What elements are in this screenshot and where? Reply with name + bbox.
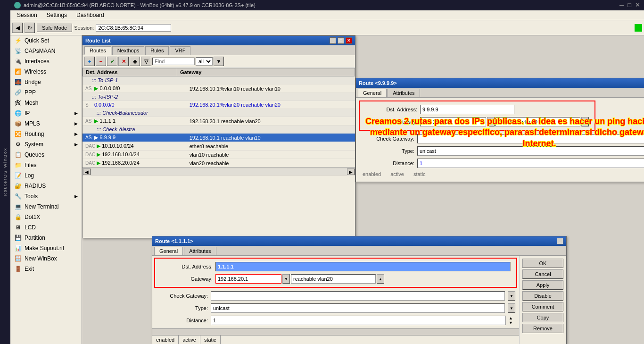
table-row[interactable]: AS ▶ 1.1.1.1 192.168.20.1 reachable vlan…: [83, 117, 355, 126]
table-row[interactable]: DAC ▶ 10.10.10.0/24 ether8 reachable: [83, 142, 355, 151]
check-gw-label-111: Check Gateway:: [156, 293, 208, 299]
sidebar-item-system[interactable]: ⚙ System: [10, 139, 82, 150]
close-icon[interactable]: ✕: [635, 1, 640, 8]
menu-session[interactable]: Session: [12, 11, 42, 19]
copy-route-btn[interactable]: ◈: [130, 57, 140, 66]
route-999-gateway-input[interactable]: [420, 117, 486, 126]
disable-button[interactable]: Disable: [522, 291, 563, 301]
tab-vrf[interactable]: VRF: [170, 46, 190, 55]
type-dropdown-111[interactable]: ▼: [508, 303, 515, 313]
table-row-selected[interactable]: AS ▶ 9.9.9.9 192.168.10.1 reachable vlan…: [83, 134, 355, 142]
rl-minimize-btn[interactable]: _: [330, 37, 336, 44]
table-row[interactable]: AS ▶ 0.0.0.0/0 192.168.10.1%vlan10 reach…: [83, 84, 355, 93]
col-gateway[interactable]: Gateway: [177, 68, 355, 76]
maximize-icon[interactable]: □: [627, 1, 631, 8]
sidebar-item-ip[interactable]: 🌐 IP: [10, 108, 82, 118]
route-111-controls[interactable]: _: [557, 238, 563, 244]
refresh-button[interactable]: ↻: [25, 23, 35, 33]
remove-route-btn[interactable]: −: [96, 57, 106, 66]
route-list-window-controls[interactable]: _ □ ✕: [330, 37, 352, 44]
table-row[interactable]: DAC ▶ 192.168.10.0/24 vlan10 reachable: [83, 151, 355, 159]
menu-dashboard[interactable]: Dashboard: [72, 11, 109, 19]
route-111-check-gw[interactable]: [211, 291, 505, 301]
route-table-scroll[interactable]: ::: To-ISP-1 AS ▶ 0.0.0.0/0 192.168.10.1…: [83, 76, 355, 168]
sidebar-item-lcd[interactable]: 🖥 LCD: [10, 222, 82, 233]
menu-settings[interactable]: Settings: [42, 11, 72, 19]
sidebar-item-files[interactable]: 📁 Files: [10, 160, 82, 170]
comment-button[interactable]: Comment: [522, 302, 563, 311]
route-111-dst-input[interactable]: [215, 262, 511, 271]
minimize-icon[interactable]: ─: [619, 1, 624, 8]
sidebar-item-wireless[interactable]: 📶 Wireless: [10, 67, 82, 77]
rl-maximize-btn[interactable]: □: [338, 37, 344, 44]
find-arrow-btn[interactable]: ▼: [214, 57, 224, 66]
sidebar-item-exit[interactable]: 🚪 Exit: [10, 264, 82, 274]
col-dst-address[interactable]: Dst. Address: [83, 68, 177, 76]
sidebar-item-bridge[interactable]: 🌉 Bridge: [10, 77, 82, 87]
window-controls[interactable]: ─ □ ✕: [619, 1, 640, 8]
sidebar-item-make-supout[interactable]: 📊 Make Supout.rif: [10, 243, 82, 253]
cancel-button[interactable]: Cancel: [522, 269, 563, 279]
route-111-type[interactable]: [211, 303, 505, 313]
table-row[interactable]: DAC ▶ 192.168.20.0/24 vlan20 reachable: [83, 159, 355, 168]
rl-close-btn[interactable]: ✕: [346, 37, 352, 44]
remove-button[interactable]: Remove: [522, 324, 563, 333]
distance-up-111[interactable]: ▲: [509, 316, 515, 320]
sidebar-item-mesh[interactable]: 🕸 Mesh: [10, 98, 82, 108]
sidebar-item-ppp[interactable]: 🔗 PPP: [10, 87, 82, 98]
check-gw-dropdown-111[interactable]: ▼: [508, 291, 515, 301]
ok-button[interactable]: OK: [522, 259, 563, 268]
sidebar-item-queues[interactable]: 📋 Queues: [10, 150, 82, 160]
bottom-scroll-111[interactable]: [152, 328, 519, 335]
r999-tab-attributes[interactable]: Attributes: [388, 89, 420, 97]
sidebar-item-mpls[interactable]: 📦 MPLS: [10, 118, 82, 129]
safe-mode-button[interactable]: Safe Mode: [37, 24, 72, 32]
tab-routes[interactable]: Routes: [84, 46, 111, 55]
enable-route-btn[interactable]: ✓: [107, 57, 117, 66]
copy-button[interactable]: Copy: [522, 313, 563, 322]
sidebar-item-routing[interactable]: 🔀 Routing: [10, 129, 82, 139]
apply-button[interactable]: Apply: [522, 280, 563, 290]
tab-nexthops[interactable]: Nexthops: [112, 46, 144, 55]
horizontal-scrollbar[interactable]: ◀ ▶: [83, 168, 355, 176]
route-111-distance[interactable]: [211, 316, 506, 325]
distance-scrollbar-111[interactable]: ▲ ▼: [509, 316, 515, 325]
sidebar-item-capsman[interactable]: 📡 CAPsMAAN: [10, 46, 82, 56]
find-input[interactable]: [152, 58, 195, 65]
route-999-type[interactable]: [417, 146, 644, 156]
add-route-btn[interactable]: +: [84, 57, 95, 66]
scroll-left-btn[interactable]: ◀: [83, 168, 91, 175]
route-999-gateway-dropdown[interactable]: ▼: [487, 117, 495, 126]
sidebar-item-dot1x[interactable]: 🔒 Dot1X: [10, 212, 82, 222]
r111-minimize-btn[interactable]: _: [557, 238, 563, 244]
sidebar-item-tools[interactable]: 🔧 Tools: [10, 191, 82, 201]
route-111-gateway-input[interactable]: [215, 274, 281, 284]
route-999-check-gw[interactable]: [417, 134, 644, 143]
session-input[interactable]: [96, 24, 171, 32]
sidebar-item-new-terminal[interactable]: 💻 New Terminal: [10, 201, 82, 212]
route-999-dst-input[interactable]: [420, 105, 514, 114]
filter-route-btn[interactable]: ▽: [141, 57, 151, 66]
route-999-distance[interactable]: [417, 159, 644, 168]
sidebar-item-quick-set[interactable]: ⚡ Quick Set: [10, 35, 82, 46]
scroll-right-btn[interactable]: ▶: [347, 168, 355, 175]
distance-down-111[interactable]: ▼: [509, 320, 515, 325]
sidebar-item-log[interactable]: 📝 Log: [10, 170, 82, 181]
back-button[interactable]: ◀: [12, 23, 23, 33]
route-999-gateway-extra[interactable]: [495, 117, 580, 126]
tab-rules[interactable]: Rules: [145, 46, 169, 55]
route-111-gateway-extra[interactable]: [291, 274, 376, 284]
sidebar-item-partition[interactable]: 💾 Partition: [10, 233, 82, 243]
r111-tab-general[interactable]: General: [154, 247, 183, 255]
sidebar-item-radius[interactable]: 🔐 RADIUS: [10, 181, 82, 191]
route-999-gateway-extra-dropdown[interactable]: ▲: [581, 117, 589, 126]
sidebar-item-interfaces[interactable]: 🔌 Interfaces: [10, 56, 82, 67]
route-111-gateway-extra-dropdown[interactable]: ▲: [377, 274, 384, 284]
r999-tab-general[interactable]: General: [358, 89, 387, 97]
table-row[interactable]: S 0.0.0.0/0 192.168.20.1%vlan20 reachabl…: [83, 101, 355, 109]
find-scope-select[interactable]: all: [196, 57, 213, 66]
route-111-gateway-dropdown[interactable]: ▼: [282, 274, 290, 284]
sidebar-item-new-winbox[interactable]: 🪟 New WinBox: [10, 253, 82, 264]
disable-route-btn[interactable]: ✕: [118, 57, 129, 66]
r111-tab-attributes[interactable]: Attributes: [184, 247, 216, 255]
